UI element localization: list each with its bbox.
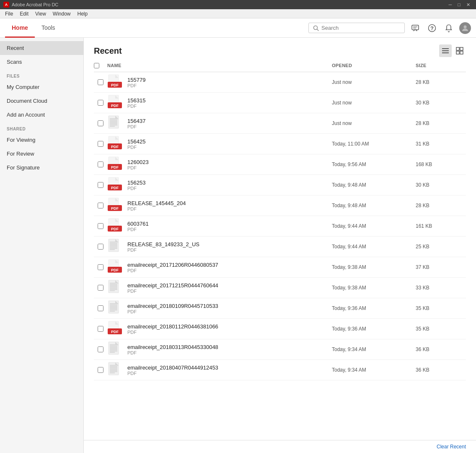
file-icon-wrapper: PDF [107,75,122,90]
row-checkbox[interactable] [98,367,103,373]
table-row[interactable]: PDF 156315 PDF Just now 30 KB [94,93,466,113]
table-row[interactable]: emailreceipt_20171215R0444760644 PDF Tod… [94,278,466,298]
help-icon-button[interactable]: ? [426,22,438,34]
scan-icon [108,341,122,357]
sidebar-item-add-account[interactable]: Add an Account [0,108,83,122]
svg-text:PDF: PDF [111,104,119,108]
row-checkbox[interactable] [98,326,103,332]
row-checkbox[interactable] [98,223,103,229]
sidebar-section-files: FILES [0,69,83,80]
file-opened: Today, 9:34 AM [332,367,416,373]
avatar[interactable] [459,22,471,34]
row-checkbox[interactable] [98,79,103,85]
sidebar-item-recent[interactable]: Recent [0,41,83,55]
sidebar-item-for-viewing[interactable]: For Viewing [0,133,83,147]
row-checkbox[interactable] [98,161,103,167]
table-row[interactable]: RELEASE_83_149233_2_US PDF Today, 9:44 A… [94,237,466,257]
search-input[interactable] [321,25,397,31]
close-button[interactable]: ✕ [464,0,473,9]
menu-edit[interactable]: Edit [16,10,32,18]
maximize-button[interactable]: □ [455,0,463,9]
tab-home[interactable]: Home [5,18,35,38]
row-checkbox[interactable] [98,305,103,311]
file-type: PDF [127,227,149,232]
file-opened: Today, 9:44 AM [332,223,416,229]
pdf-icon: PDF [108,218,122,234]
row-checkbox[interactable] [98,346,103,352]
svg-line-3 [317,29,319,31]
sidebar-item-scans[interactable]: Scans [0,55,83,69]
grid-view-button[interactable] [453,44,466,57]
row-checkbox[interactable] [98,203,103,208]
row-checkbox-cell [94,120,107,126]
notification-icon-button[interactable] [442,22,455,34]
file-size: 31 KB [416,141,466,147]
table-row[interactable]: PDF 156253 PDF Today, 9:48 AM 30 KB [94,175,466,195]
file-name-info: emailreceipt_20171215R0444760644 PDF [127,282,218,294]
svg-text:PDF: PDF [111,227,119,231]
table-row[interactable]: PDF 6003761 PDF Today, 9:44 AM 161 KB [94,216,466,237]
table-row[interactable]: PDF 1260023 PDF Today, 9:56 AM 168 KB [94,154,466,175]
row-checkbox-cell [94,367,107,373]
table-row[interactable]: emailreceipt_20180109R0445710533 PDF Tod… [94,298,466,319]
page-title: Recent [94,46,122,56]
sidebar-item-for-review[interactable]: For Review [0,147,83,161]
file-name-info: 1260023 PDF [127,159,149,170]
svg-text:PDF: PDF [111,330,119,334]
file-icon-wrapper: PDF [107,177,122,193]
select-all-checkbox[interactable] [94,63,99,68]
menu-file[interactable]: File [2,10,16,18]
file-name: emailreceipt_20180407R0444912453 [127,364,218,371]
row-checkbox[interactable] [98,120,103,126]
row-checkbox-cell [94,203,107,208]
chat-icon-button[interactable] [409,22,422,34]
file-opened: Today, 9:36 AM [332,305,416,311]
row-checkbox[interactable] [98,182,103,188]
file-name: emailreceipt_20180313R0445330048 [127,344,218,350]
table-row[interactable]: PDF 156425 PDF Today, 11:00 AM 31 KB [94,134,466,154]
file-list-container[interactable]: NAME OPENED SIZE PDF 155779 PDF Just now… [84,60,476,440]
bottom-bar: Clear Recent [84,440,476,453]
row-checkbox[interactable] [98,100,103,106]
search-icon [313,25,319,31]
tab-tools[interactable]: Tools [35,18,62,38]
table-row[interactable]: PDF RELEASE_145445_204 PDF Today, 9:48 A… [94,195,466,216]
file-opened: Today, 9:44 AM [332,244,416,250]
file-type: PDF [127,247,199,253]
row-checkbox[interactable] [98,141,103,147]
app-title: Adobe Acrobat Pro DC [12,2,58,7]
svg-point-9 [464,25,467,28]
window-controls: ─ □ ✕ [446,0,473,9]
sidebar-item-for-signature[interactable]: For Signature [0,161,83,174]
file-type: PDF [127,83,145,88]
row-checkbox[interactable] [98,264,103,270]
file-opened: Today, 9:56 AM [332,161,416,167]
menu-window[interactable]: Window [49,10,74,18]
row-checkbox[interactable] [98,244,103,250]
sidebar-item-document-cloud[interactable]: Document Cloud [0,94,83,108]
list-view-button[interactable] [439,44,452,57]
clear-recent-button[interactable]: Clear Recent [437,444,466,450]
minimize-button[interactable]: ─ [446,0,455,9]
table-row[interactable]: emailreceipt_20180313R0445330048 PDF Tod… [94,339,466,360]
file-size: 28 KB [416,203,466,208]
file-name-cell: PDF 156253 PDF [107,177,332,193]
table-row[interactable]: PDF 155779 PDF Just now 28 KB [94,72,466,93]
table-row[interactable]: emailreceipt_20180407R0444912453 PDF Tod… [94,360,466,380]
menu-view[interactable]: View [32,10,49,18]
table-row[interactable]: PDF emailreceipt_20171206R0446080537 PDF… [94,257,466,278]
scan-icon [108,280,122,296]
table-row[interactable]: 156437 PDF Just now 28 KB [94,113,466,134]
pdf-icon: PDF [108,177,122,193]
search-box[interactable] [308,23,405,33]
sidebar-item-my-computer[interactable]: My Computer [0,80,83,94]
file-type: PDF [127,371,218,376]
table-row[interactable]: PDF emailreceipt_20180112R0446381066 PDF… [94,319,466,339]
header-name: NAME [107,63,332,69]
file-opened: Today, 11:00 AM [332,141,416,147]
file-name: 156315 [127,97,145,104]
file-icon-wrapper: PDF [107,219,122,234]
menu-help[interactable]: Help [74,10,91,18]
row-checkbox[interactable] [98,285,103,291]
file-icon-wrapper [107,116,122,131]
